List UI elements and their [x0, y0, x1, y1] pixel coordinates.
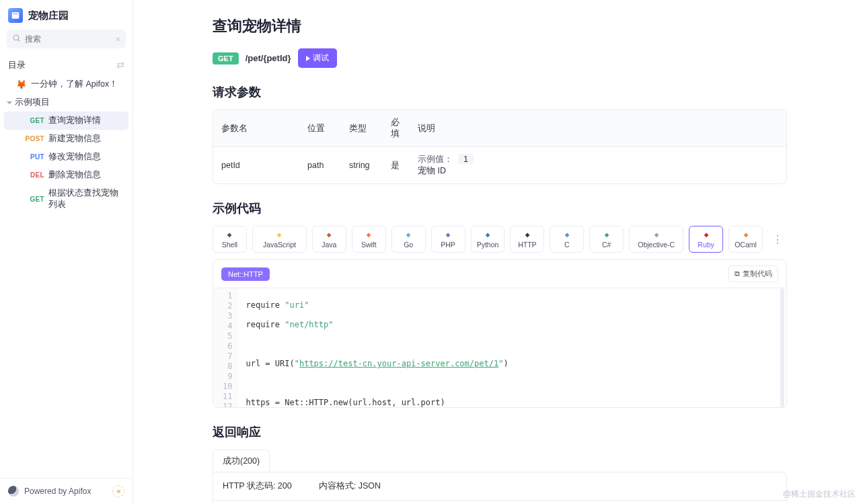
project-folder[interactable]: 示例项目 — [4, 93, 128, 112]
request-params-heading: 请求参数 — [213, 84, 787, 100]
param-name: petId — [213, 154, 299, 177]
col-name: 参数名 — [213, 116, 299, 141]
app-logo-icon — [8, 8, 23, 23]
collapse-all-icon[interactable]: ⇅ — [115, 61, 126, 69]
col-in: 位置 — [299, 116, 341, 141]
lang-icon: ◆ — [274, 230, 284, 239]
lang-label: OCaml — [735, 241, 757, 249]
lang-label: HTTP — [518, 241, 536, 249]
table-row: petId path string 是 示例值：1 宠物 ID — [213, 147, 786, 183]
lang-icon: ◆ — [602, 230, 611, 239]
response-box: HTTP 状态码: 200 内容格式: JSON 数据结构 </> 生成代码 示… — [213, 472, 787, 504]
endpoint-row: GET /pet/{petId} 调试 — [213, 48, 787, 68]
lang-label: C — [564, 241, 570, 249]
sidebar-header: 宠物庄园 — [0, 0, 133, 30]
content-format: 内容格式: JSON — [319, 480, 381, 492]
code-body[interactable]: 123456789101112 require "uri" require "n… — [213, 288, 786, 407]
lang-label: Ruby — [698, 241, 714, 249]
directory-label: 目录 — [8, 59, 26, 71]
debug-label: 调试 — [313, 52, 329, 64]
lang-tab-python[interactable]: ◆Python — [471, 226, 505, 253]
col-required: 必填 — [383, 110, 410, 146]
method-tag: PUT — [24, 153, 44, 161]
endpoint-label: 根据状态查找宠物列表 — [48, 187, 122, 210]
svg-point-2 — [13, 35, 19, 40]
search-icon — [12, 34, 21, 44]
lang-tab-javascript[interactable]: ◆JavaScript — [252, 226, 307, 253]
lang-label: Python — [477, 241, 499, 249]
more-langs-icon[interactable]: ⋮ — [768, 233, 787, 246]
quickstart-label: 一分钟，了解 Apifox！ — [31, 79, 118, 90]
lang-label: JavaScript — [263, 241, 296, 249]
lang-icon: ◆ — [443, 230, 453, 239]
theme-toggle[interactable]: ☀ — [112, 485, 124, 497]
directory-header: 目录 ⇅ — [0, 55, 133, 75]
copy-code-button[interactable]: ⧉ 复制代码 — [728, 265, 778, 282]
lang-icon: ◆ — [562, 230, 572, 239]
lang-tab-c[interactable]: ◆C — [550, 226, 584, 253]
main: 查询宠物详情 GET /pet/{petId} 调试 请求参数 参数名 位置 类… — [133, 0, 861, 504]
sidebar-endpoint[interactable]: GET查询宠物详情 — [4, 112, 128, 130]
lang-icon: ◆ — [652, 230, 661, 239]
lang-label: PHP — [441, 241, 455, 249]
lang-tab-go[interactable]: ◆Go — [391, 226, 426, 253]
col-type: 类型 — [341, 116, 383, 141]
status-code: HTTP 状态码: 200 — [223, 480, 292, 492]
play-icon — [306, 56, 310, 61]
lang-label: Shell — [222, 241, 237, 249]
col-desc: 说明 — [410, 116, 786, 141]
sidebar-endpoint[interactable]: DEL删除宠物信息 — [4, 166, 128, 184]
method-tag: DEL — [24, 171, 44, 179]
fox-icon: 🦊 — [16, 79, 27, 89]
param-required: 是 — [383, 153, 410, 178]
lang-tab-php[interactable]: ◆PHP — [431, 226, 465, 253]
search-input-wrap[interactable]: ✕ — [7, 30, 126, 48]
apifox-icon — [8, 486, 19, 497]
lang-label: Go — [404, 241, 413, 249]
lang-label: Swift — [361, 241, 377, 249]
lang-icon: ◆ — [483, 230, 492, 239]
sidebar: 宠物庄园 ✕ 目录 ⇅ 🦊 一分钟，了解 Apifox！ 示例项目 — [0, 0, 133, 504]
chevron-down-icon — [7, 101, 12, 104]
svg-rect-0 — [12, 12, 20, 18]
svg-rect-1 — [13, 13, 18, 14]
lang-tab-http[interactable]: ◆HTTP — [510, 226, 544, 253]
powered-by[interactable]: Powered by Apifox — [8, 486, 91, 497]
page-title: 查询宠物详情 — [213, 16, 787, 36]
lang-tab-ocaml[interactable]: ◆OCaml — [728, 226, 763, 253]
lang-tab-java[interactable]: ◆Java — [312, 226, 346, 253]
debug-button[interactable]: 调试 — [298, 48, 337, 68]
lang-icon: ◆ — [404, 230, 413, 239]
lang-label: Java — [322, 241, 336, 249]
sidebar-footer: Powered by Apifox ☀ — [0, 478, 133, 504]
param-type: string — [341, 154, 383, 177]
lang-tab-ruby[interactable]: ◆Ruby — [689, 226, 723, 253]
code-lines: require "uri" require "net/http" url = U… — [239, 288, 786, 407]
lang-icon: ◆ — [324, 230, 334, 239]
sidebar-endpoint[interactable]: POST新建宠物信息 — [4, 130, 128, 148]
param-desc: 示例值：1 宠物 ID — [410, 147, 786, 183]
search-input[interactable] — [25, 34, 111, 44]
endpoint-label: 查询宠物详情 — [48, 115, 101, 126]
lang-icon: ◆ — [523, 230, 532, 239]
method-tag: GET — [24, 117, 44, 124]
copy-label: 复制代码 — [743, 269, 772, 279]
lang-tab-swift[interactable]: ◆Swift — [352, 226, 386, 253]
table-header: 参数名 位置 类型 必填 说明 — [213, 110, 786, 147]
code-block: Net::HTTP ⧉ 复制代码 123456789101112 require… — [213, 259, 787, 408]
lang-tab-shell[interactable]: ◆Shell — [213, 226, 247, 253]
watermark: @稀土掘金技术社区 — [783, 489, 856, 500]
client-chip[interactable]: Net::HTTP — [221, 267, 270, 281]
endpoint-label: 修改宠物信息 — [48, 151, 101, 163]
sidebar-endpoint[interactable]: PUT修改宠物信息 — [4, 148, 128, 166]
lang-icon: ◆ — [741, 230, 751, 239]
svg-line-3 — [18, 40, 20, 41]
nav-tree: 🦊 一分钟，了解 Apifox！ 示例项目 GET查询宠物详情POST新建宠物信… — [0, 75, 133, 214]
lang-tab-objectivec[interactable]: ◆Objective-C — [629, 226, 683, 253]
quickstart-item[interactable]: 🦊 一分钟，了解 Apifox！ — [4, 75, 128, 93]
clear-icon[interactable]: ✕ — [115, 36, 120, 43]
response-tab[interactable]: 成功(200) — [213, 450, 270, 472]
lang-tab-c[interactable]: ◆C# — [589, 226, 624, 253]
lang-icon: ◆ — [364, 230, 373, 239]
sidebar-endpoint[interactable]: GET根据状态查找宠物列表 — [4, 184, 128, 214]
